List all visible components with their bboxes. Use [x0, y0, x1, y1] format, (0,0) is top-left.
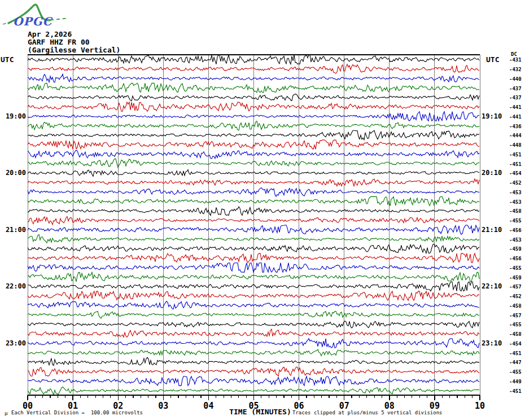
helicorder-page: OPGC Apr 2,2026 GARF HHZ FR 00 (Gargiles…	[0, 0, 525, 420]
dc-value-row-3: -440	[509, 76, 522, 82]
x-tick-label-05: 05	[242, 401, 266, 411]
microvolt-glyph: µ	[5, 410, 7, 416]
x-tick-label-07: 07	[332, 401, 357, 411]
right-hour-label-19:10: 19:10	[482, 112, 502, 120]
x-tick-label-02: 02	[106, 401, 130, 411]
dc-value-row-22: -456	[509, 256, 522, 261]
dc-value-row-21: -459	[509, 246, 522, 252]
dc-value-row-25: -457	[509, 284, 522, 290]
dc-value-row-18: -455	[509, 218, 522, 224]
dc-value-row-12: -451	[509, 161, 522, 167]
x-tick-label-04: 04	[196, 401, 221, 411]
dc-value-row-16: -453	[509, 199, 522, 205]
dc-value-row-29: -455	[509, 322, 522, 327]
dc-value-row-1: -431	[509, 57, 522, 63]
dc-value-row-27: -458	[509, 303, 522, 309]
dc-value-row-19: -456	[509, 228, 522, 233]
dc-value-row-26: -452	[509, 294, 522, 299]
right-hour-label-20:10: 20:10	[482, 169, 502, 177]
left-hour-label-20:00: 20:00	[0, 169, 26, 177]
dc-value-row-24: -459	[509, 275, 522, 281]
right-hour-label-21:10: 21:10	[482, 226, 502, 234]
dc-value-row-17: -458	[509, 208, 522, 214]
x-tick-label-03: 03	[151, 401, 176, 411]
dc-value-row-10: -448	[509, 142, 522, 148]
dc-value-row-28: -457	[509, 313, 522, 318]
dc-value-row-23: -455	[509, 265, 522, 271]
dc-value-row-9: -444	[509, 133, 522, 138]
dc-value-row-36: -451	[509, 388, 522, 394]
dc-value-row-20: -453	[509, 237, 522, 243]
dc-value-row-5: -437	[509, 95, 522, 100]
dc-value-row-7: -441	[509, 114, 522, 120]
dc-value-row-6: -441	[509, 104, 522, 110]
dc-value-row-32: -451	[509, 351, 522, 356]
seismogram-plot	[0, 0, 525, 420]
dc-value-row-33: -447	[509, 360, 522, 365]
right-hour-label-22:10: 22:10	[482, 282, 502, 290]
dc-value-row-4: -437	[509, 86, 522, 91]
x-tick-label-00: 00	[15, 401, 40, 411]
dc-value-row-30: -458	[509, 331, 522, 337]
x-tick-label-01: 01	[60, 401, 85, 411]
x-tick-label-09: 09	[422, 401, 447, 411]
dc-value-row-15: -453	[509, 190, 522, 195]
dc-value-row-14: -452	[509, 180, 522, 186]
left-hour-label-21:00: 21:00	[0, 226, 26, 234]
x-tick-label-06: 06	[287, 401, 312, 411]
dc-value-row-35: -449	[509, 379, 522, 384]
dc-value-row-2: -432	[509, 67, 522, 72]
x-tick-label-10: 10	[467, 401, 492, 411]
dc-value-row-34: -455	[509, 369, 522, 375]
left-hour-label-19:00: 19:00	[0, 112, 26, 120]
dc-value-row-13: -454	[509, 170, 522, 176]
left-hour-label-22:00: 22:00	[0, 282, 26, 290]
left-hour-label-23:00: 23:00	[0, 339, 26, 347]
clip-note: Traces clipped at plus/minus 5 vertical …	[292, 410, 443, 415]
x-tick-label-08: 08	[377, 401, 402, 411]
right-hour-label-23:10: 23:10	[482, 339, 502, 347]
dc-value-row-31: -454	[509, 341, 522, 347]
dc-value-row-8: -436	[509, 124, 522, 129]
dc-value-row-11: -451	[509, 152, 522, 158]
